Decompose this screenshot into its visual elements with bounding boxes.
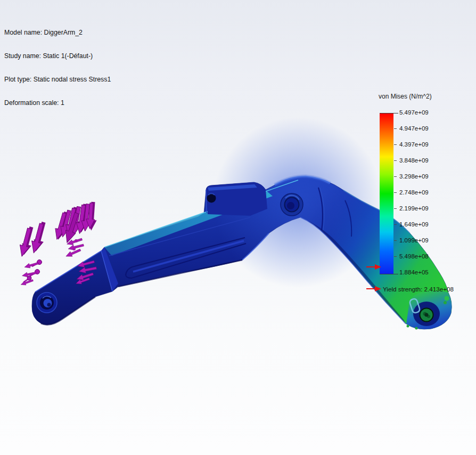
legend-value: 2.748e+09 — [399, 189, 447, 196]
legend-value: 5.498e+08 — [399, 253, 447, 260]
elbow-pin-boss — [281, 193, 303, 216]
load-arrows-cluster-d — [20, 260, 42, 287]
stress-colorbar[interactable] — [380, 113, 393, 274]
plot-info: Model name: DiggerArm_2 Study name: Stat… — [4, 13, 111, 115]
legend-tick — [394, 176, 397, 177]
legend-value: 1.099e+09 — [399, 237, 447, 244]
legend-value: 5.497e+09 — [399, 109, 447, 116]
legend-value: 4.947e+09 — [399, 125, 447, 132]
mounting-ear — [206, 182, 267, 216]
load-arrows-cluster-b — [53, 201, 98, 244]
ear-hole — [207, 194, 216, 203]
legend-tick — [394, 192, 397, 193]
legend-tick — [394, 160, 397, 161]
legend-tick — [394, 224, 397, 225]
legend-tick — [394, 256, 397, 257]
legend-tick — [394, 144, 397, 145]
legend-min-line — [380, 274, 398, 274]
legend-tick — [394, 240, 397, 241]
model-name-label: Model name: DiggerArm_2 — [4, 29, 111, 37]
legend-max-line — [380, 113, 398, 113]
legend-value: 4.397e+09 — [399, 141, 447, 148]
clevis-pin-hole — [37, 292, 57, 313]
yield-strength-label: Yield strength: 2.413e+08 — [383, 286, 454, 292]
deformation-scale-label: Deformation scale: 1 — [4, 99, 111, 107]
legend-tick — [394, 208, 397, 209]
legend-value: 3.298e+09 — [399, 173, 447, 180]
yield-label-arrow-icon — [366, 286, 382, 292]
legend-value: 1.649e+09 — [399, 221, 447, 228]
plot-type-label: Plot type: Static nodal stress Stress1 — [4, 76, 111, 84]
legend-value: 3.848e+09 — [399, 157, 447, 164]
legend-tick — [394, 128, 397, 129]
legend-value: 1.884e+05 — [399, 269, 447, 276]
yield-marker-arrow-icon — [366, 264, 382, 270]
load-arrows-cluster-a — [17, 221, 48, 258]
study-name-label: Study name: Static 1(-Défaut-) — [4, 52, 111, 60]
legend-value: 2.199e+09 — [399, 205, 447, 212]
legend-title: von Mises (N/m^2) — [379, 93, 432, 100]
